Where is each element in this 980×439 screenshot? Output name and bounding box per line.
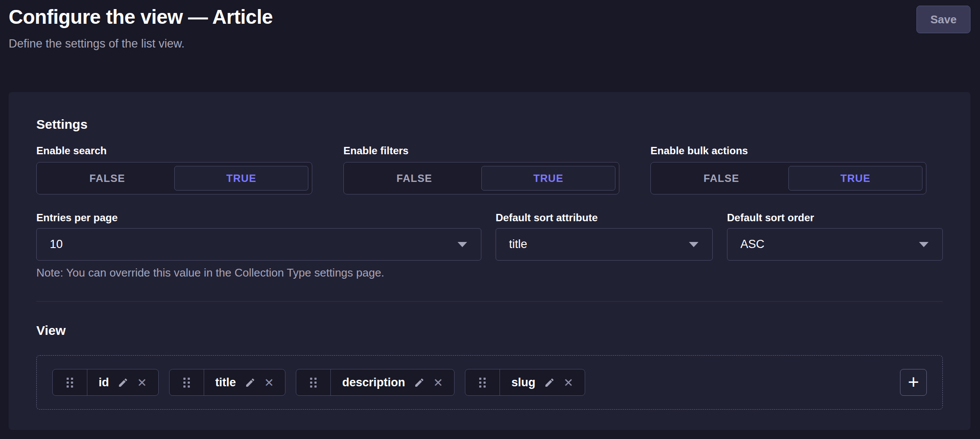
toggle-option-false[interactable]: FALSE <box>40 166 174 191</box>
plus-icon: + <box>908 372 919 391</box>
edit-field-button[interactable] <box>414 377 425 388</box>
toggle-row: Enable search FALSE TRUE Enable filters … <box>36 145 943 194</box>
close-icon: ✕ <box>564 377 573 388</box>
field-label: Entries per page <box>36 212 481 224</box>
field-label: Enable search <box>36 145 312 157</box>
page-title: Configure the view — Article <box>9 4 970 29</box>
pencil-icon <box>414 377 425 388</box>
toggle-option-false[interactable]: FALSE <box>347 166 481 191</box>
select-row: Entries per page 10 Default sort attribu… <box>36 212 943 261</box>
field-chip-title: title ✕ <box>169 369 286 396</box>
chevron-down-icon <box>689 242 698 247</box>
toggle-option-true[interactable]: TRUE <box>788 166 922 191</box>
select-value: title <box>509 238 527 251</box>
edit-field-button[interactable] <box>245 377 256 388</box>
chevron-down-icon <box>919 242 929 247</box>
remove-field-button[interactable]: ✕ <box>433 377 443 388</box>
chip-body: slug ✕ <box>500 369 584 395</box>
toggle-option-false[interactable]: FALSE <box>654 166 788 191</box>
field-chip-slug: slug ✕ <box>465 369 585 396</box>
toggle-enable-search: FALSE TRUE <box>36 162 312 194</box>
drag-handle-icon <box>67 378 73 388</box>
drag-handle-icon <box>310 378 317 388</box>
entries-per-page-note: Note: You can override this value in the… <box>36 266 943 280</box>
pencil-icon <box>245 377 256 388</box>
field-chip-description: description ✕ <box>296 369 455 396</box>
field-chip-id: id ✕ <box>52 369 159 396</box>
field-label: Default sort attribute <box>496 212 713 224</box>
field-label: Default sort order <box>727 212 943 224</box>
toggle-field-enable-bulk-actions: Enable bulk actions FALSE TRUE <box>650 145 926 194</box>
chip-body: description ✕ <box>331 369 454 395</box>
chip-label: description <box>342 376 405 389</box>
pencil-icon <box>118 377 128 388</box>
drag-handle[interactable] <box>465 369 500 395</box>
chip-body: title ✕ <box>204 369 285 395</box>
edit-field-button[interactable] <box>544 377 555 388</box>
drag-handle[interactable] <box>53 369 87 395</box>
drag-handle-icon <box>479 378 486 388</box>
view-heading: View <box>36 322 943 339</box>
close-icon: ✕ <box>137 377 147 388</box>
chip-label: id <box>99 376 109 389</box>
page-header: Configure the view — Article Define the … <box>0 0 980 51</box>
toggle-field-enable-search: Enable search FALSE TRUE <box>36 145 312 194</box>
entries-per-page-select[interactable]: 10 <box>36 228 481 261</box>
drag-handle[interactable] <box>170 369 204 395</box>
close-icon: ✕ <box>264 377 274 388</box>
chip-label: slug <box>511 376 535 389</box>
toggle-enable-bulk-actions: FALSE TRUE <box>650 162 926 194</box>
remove-field-button[interactable]: ✕ <box>137 377 147 388</box>
select-field-default-sort-attribute: Default sort attribute title <box>496 212 713 261</box>
field-label: Enable filters <box>343 145 619 157</box>
select-value: 10 <box>50 238 63 251</box>
select-field-entries-per-page: Entries per page 10 <box>36 212 481 261</box>
drag-handle-icon <box>183 378 190 388</box>
toggle-option-true[interactable]: TRUE <box>481 166 615 191</box>
section-divider <box>36 301 943 302</box>
edit-field-button[interactable] <box>118 377 128 388</box>
chevron-down-icon <box>458 242 467 247</box>
select-value: ASC <box>740 238 765 251</box>
default-sort-order-select[interactable]: ASC <box>727 228 943 261</box>
settings-heading: Settings <box>36 116 943 133</box>
select-field-default-sort-order: Default sort order ASC <box>727 212 943 261</box>
chip-body: id ✕ <box>87 369 158 395</box>
settings-card: Settings Enable search FALSE TRUE Enable… <box>9 92 970 430</box>
toggle-option-true[interactable]: TRUE <box>174 166 308 191</box>
field-list-dropzone: id ✕ title ✕ <box>36 355 943 410</box>
drag-handle[interactable] <box>296 369 331 395</box>
chip-label: title <box>215 376 236 389</box>
field-label: Enable bulk actions <box>650 145 926 157</box>
remove-field-button[interactable]: ✕ <box>564 377 573 388</box>
close-icon: ✕ <box>433 377 443 388</box>
remove-field-button[interactable]: ✕ <box>264 377 274 388</box>
add-field-button[interactable]: + <box>900 369 927 396</box>
page-subtitle: Define the settings of the list view. <box>9 36 970 51</box>
default-sort-attribute-select[interactable]: title <box>496 228 713 261</box>
pencil-icon <box>544 377 555 388</box>
save-button[interactable]: Save <box>916 6 970 33</box>
toggle-enable-filters: FALSE TRUE <box>343 162 619 194</box>
toggle-field-enable-filters: Enable filters FALSE TRUE <box>343 145 619 194</box>
